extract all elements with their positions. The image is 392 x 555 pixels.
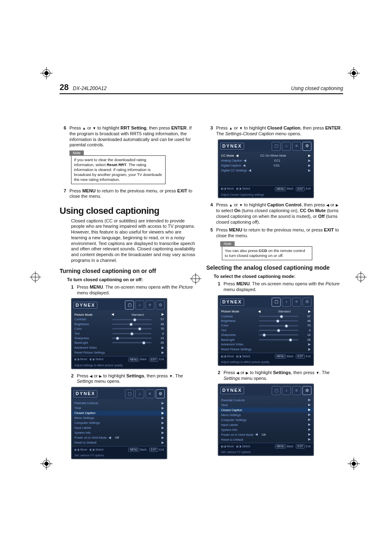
slider-knob-icon [142, 341, 145, 345]
text: . The on-screen menu opens with the [103, 284, 179, 289]
osd-caption: Set: various TV options [219, 450, 313, 455]
heading-3: To turn closed captioning on or off: [67, 277, 196, 283]
bold-term: Reset RRT [107, 162, 127, 167]
osd-row: Contrast57 [74, 317, 164, 321]
text: (turns closed captioning on), [240, 208, 300, 213]
right-column: 3 Press ▲ or ▼ to highlight Closed Capti… [206, 97, 343, 463]
osd-row: Parental Controls▶ [74, 401, 164, 406]
osd-row-label: Reset to Default [221, 438, 243, 442]
osd-row: Sharpness14 [221, 333, 311, 337]
text: . The on-screen menu opens with the [250, 281, 325, 286]
bold-term: Closed Caption [267, 125, 300, 130]
osd-row: Menu Settings▶ [221, 412, 311, 417]
slider-knob-icon [130, 332, 134, 335]
page-header: 28 DX-24L200A12 Using closed captioning [60, 82, 343, 94]
cropmark-icon [355, 271, 367, 283]
osd-row: BackLight26 [221, 338, 311, 342]
text: . The [319, 370, 330, 375]
text: Press [69, 188, 82, 193]
text: or [86, 125, 92, 130]
right-arrow-icon: ▶ [161, 346, 164, 350]
osd-row: Reset to Default▶ [74, 440, 164, 445]
bold-term: ENTER [171, 125, 187, 130]
osd-slider [112, 338, 152, 339]
cropmark-icon [40, 458, 53, 470]
foot-exit: Exit [159, 358, 164, 361]
tab-audio-icon: ♪ [135, 389, 144, 398]
bold-term: ENTER [325, 125, 340, 130]
text: menu displayed. [77, 290, 110, 295]
osd-row-label: Menu Settings [74, 416, 94, 420]
text: Press [216, 125, 229, 130]
osd-row-label: Brightness [74, 322, 110, 326]
osd-row-value: 0 [154, 332, 164, 335]
left-column: 6 Press ▲ or ▼ to highlight RRT Setting,… [60, 97, 196, 463]
text: to highlight [243, 125, 267, 130]
osd-row-label: Picture Mode [221, 310, 256, 313]
osd-settings-menu: DYNEX ▢ ♪ ≡ ⚙ Parental Controls▶Time▶Clo… [218, 384, 314, 456]
step-5: 5 Press MENU to return to the previous m… [206, 227, 343, 239]
text: , then press [146, 125, 171, 130]
osd-row: Sharpness14 [74, 336, 164, 340]
step-number: 4 [206, 202, 213, 225]
bold-term: Caption Control [267, 202, 301, 207]
bold-term: On [234, 208, 240, 213]
osd-row-label: BackLight [221, 338, 256, 342]
foot-select: Select [242, 187, 250, 191]
right-arrow-icon: ▶ [161, 436, 164, 440]
down-arrow-icon: ▼ [92, 126, 96, 130]
bold-term: MENU [82, 188, 95, 193]
osd-row-label: Closed Caption [221, 408, 242, 412]
osd-row-label: Color [221, 324, 256, 327]
osd-picture-menu: DYNEX ▢ ♪ ≡ ⚙ Picture Mode◀Standard▶Cont… [218, 295, 314, 366]
osd-row: Tint0 [221, 328, 311, 333]
cropmark-icon [348, 67, 360, 79]
osd-row: Computer Settings▶ [74, 421, 164, 426]
osd-body: Parental Controls▶Time▶Closed Caption▶Me… [72, 399, 166, 446]
left-arrow-icon: ◀ [111, 312, 114, 317]
step-number: 5 [206, 227, 213, 239]
osd-row-value: 48 [154, 322, 164, 326]
osd-row: Reset Picture Settings▶ [74, 350, 164, 355]
osd-closed-caption-menu: DYNEX ▢ ♪ ≡ ⚙ CC Mode◀CC On When Mute▶An… [218, 139, 314, 199]
heading-3: To select the closed captioning mode: [214, 274, 343, 280]
osd-row-value: 48 [301, 319, 311, 323]
right-arrow-icon: ▶ [308, 437, 311, 442]
left-arrow-icon: ◀ [258, 310, 261, 314]
osd-row: Digital CC Settings◀▶ [221, 168, 311, 173]
osd-row-label: Advanced Video [74, 346, 110, 349]
step-number: 3 [206, 125, 213, 137]
osd-row-value: 70 [301, 324, 311, 327]
italic-term: Picture [325, 281, 339, 286]
slider-knob-icon [289, 338, 292, 342]
bold-term: Off [318, 214, 325, 219]
osd-row: CC Mode◀CC On When Mute▶ [221, 153, 311, 158]
text: to highlight [102, 373, 126, 378]
osd-row: Computer Settings▶ [221, 417, 311, 422]
osd-row: Color70 [74, 326, 164, 331]
right-arrow-icon: ▶ [308, 159, 311, 163]
osd-row: Input Labels▶ [74, 426, 164, 430]
text: Press [224, 281, 236, 286]
text: Press [69, 125, 82, 130]
bold-term: EXIT [324, 227, 334, 232]
bold-term: MENU [90, 284, 103, 289]
dynex-logo: DYNEX [220, 298, 244, 306]
tab-picture-icon: ▢ [272, 386, 281, 395]
text: , then press [301, 202, 326, 207]
foot-back: Back [287, 187, 293, 191]
text: , then press [144, 373, 169, 378]
bold-term: EXIT [177, 188, 187, 193]
italic-term: Picture [179, 284, 193, 289]
osd-row: Contrast57 [221, 314, 311, 319]
text: menu opens. [240, 376, 267, 381]
step-1: 1 Press MENU. The on-screen menu opens w… [214, 281, 343, 293]
text: menu displayed. [224, 287, 256, 292]
right-arrow-icon: ▶ [308, 310, 311, 314]
osd-row-value: 14 [301, 333, 311, 337]
right-arrow-icon: ▶ [308, 408, 311, 412]
foot-move: Move [227, 355, 234, 358]
right-arrow-icon: ▶ [308, 154, 311, 158]
foot-move: Move [227, 187, 234, 191]
exit-btn-icon: EXIT [149, 358, 158, 362]
